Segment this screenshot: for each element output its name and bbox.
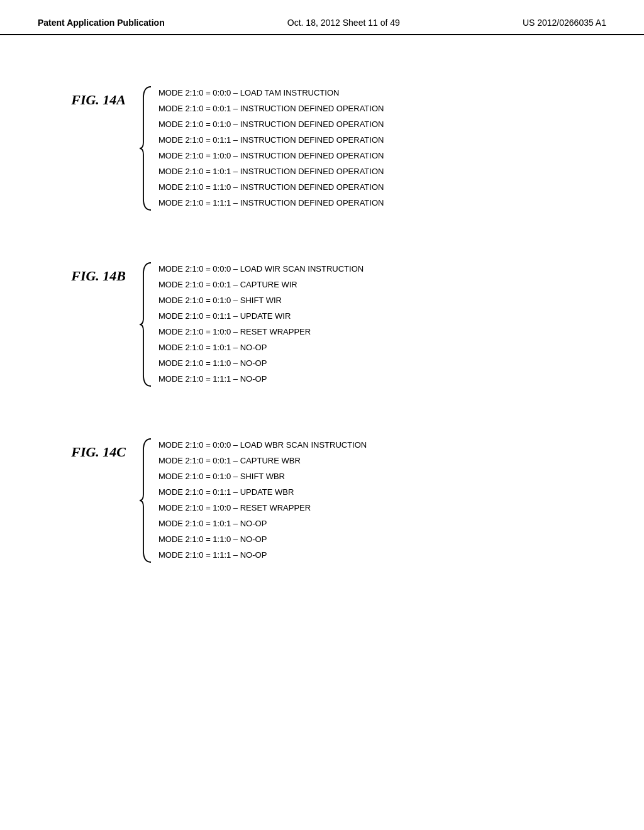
figure-14b-label: FIG. 14B	[38, 262, 138, 284]
figure-14c-block: FIG. 14C MODE 2:1:0 = 0:0:0 – LOAD WBR S…	[38, 438, 606, 563]
list-item: MODE 2:1:0 = 0:0:0 – LOAD WIR SCAN INSTR…	[158, 263, 364, 275]
figure-14a-label: FIG. 14A	[38, 86, 138, 108]
list-item: MODE 2:1:0 = 0:1:0 – INSTRUCTION DEFINED…	[158, 118, 384, 131]
list-item: MODE 2:1:0 = 1:1:0 – INSTRUCTION DEFINED…	[158, 181, 384, 194]
list-item: MODE 2:1:0 = 0:0:1 – CAPTURE WBR	[158, 455, 367, 467]
list-item: MODE 2:1:0 = 1:0:0 – RESET WRAPPER	[158, 502, 367, 514]
figure-14c-label: FIG. 14C	[38, 438, 138, 460]
figure-14c-brace-container: MODE 2:1:0 = 0:0:0 – LOAD WBR SCAN INSTR…	[138, 438, 606, 563]
list-item: MODE 2:1:0 = 0:0:1 – CAPTURE WIR	[158, 279, 364, 291]
list-item: MODE 2:1:0 = 1:1:1 – INSTRUCTION DEFINED…	[158, 197, 384, 209]
list-item: MODE 2:1:0 = 0:0:0 – LOAD WBR SCAN INSTR…	[158, 439, 367, 451]
figure-14c-lines: MODE 2:1:0 = 0:0:0 – LOAD WBR SCAN INSTR…	[158, 438, 367, 563]
patent-number: US 2012/0266035 A1	[523, 18, 606, 28]
left-brace-14b	[138, 262, 153, 387]
figure-14b-block: FIG. 14B MODE 2:1:0 = 0:0:0 – LOAD WIR S…	[38, 262, 606, 387]
list-item: MODE 2:1:0 = 1:1:1 – NO-OP	[158, 373, 364, 385]
figure-14b-brace-container: MODE 2:1:0 = 0:0:0 – LOAD WIR SCAN INSTR…	[138, 262, 606, 387]
figure-14a-block: FIG. 14A MODE 2:1:0 = 0:0:0 – LOAD TAM I…	[38, 86, 606, 211]
list-item: MODE 2:1:0 = 0:1:1 – INSTRUCTION DEFINED…	[158, 134, 384, 147]
list-item: MODE 2:1:0 = 1:1:1 – NO-OP	[158, 549, 367, 562]
list-item: MODE 2:1:0 = 0:0:1 – INSTRUCTION DEFINED…	[158, 102, 384, 115]
list-item: MODE 2:1:0 = 1:1:0 – NO-OP	[158, 533, 367, 546]
figure-14b-lines: MODE 2:1:0 = 0:0:0 – LOAD WIR SCAN INSTR…	[158, 262, 364, 387]
list-item: MODE 2:1:0 = 1:0:0 – INSTRUCTION DEFINED…	[158, 150, 384, 162]
list-item: MODE 2:1:0 = 1:0:1 – INSTRUCTION DEFINED…	[158, 165, 384, 178]
list-item: MODE 2:1:0 = 1:0:0 – RESET WRAPPER	[158, 326, 364, 338]
page: Patent Application Publication Oct. 18, …	[0, 0, 644, 830]
list-item: MODE 2:1:0 = 0:1:1 – UPDATE WIR	[158, 310, 364, 323]
left-brace-14a	[138, 86, 153, 211]
figure-14a-lines: MODE 2:1:0 = 0:0:0 – LOAD TAM INSTRUCTIO…	[158, 86, 384, 211]
publication-label: Patent Application Publication	[38, 18, 165, 28]
figure-14a-brace-container: MODE 2:1:0 = 0:0:0 – LOAD TAM INSTRUCTIO…	[138, 86, 606, 211]
date-sheet-label: Oct. 18, 2012 Sheet 11 of 49	[287, 18, 400, 28]
content-area: FIG. 14A MODE 2:1:0 = 0:0:0 – LOAD TAM I…	[0, 35, 644, 639]
list-item: MODE 2:1:0 = 0:1:1 – UPDATE WBR	[158, 486, 367, 499]
left-brace-14c	[138, 438, 153, 563]
list-item: MODE 2:1:0 = 1:1:0 – NO-OP	[158, 357, 364, 370]
list-item: MODE 2:1:0 = 0:1:0 – SHIFT WBR	[158, 470, 367, 483]
list-item: MODE 2:1:0 = 0:0:0 – LOAD TAM INSTRUCTIO…	[158, 87, 384, 99]
list-item: MODE 2:1:0 = 1:0:1 – NO-OP	[158, 517, 367, 530]
list-item: MODE 2:1:0 = 1:0:1 – NO-OP	[158, 341, 364, 354]
list-item: MODE 2:1:0 = 0:1:0 – SHIFT WIR	[158, 294, 364, 307]
page-header: Patent Application Publication Oct. 18, …	[0, 0, 644, 35]
